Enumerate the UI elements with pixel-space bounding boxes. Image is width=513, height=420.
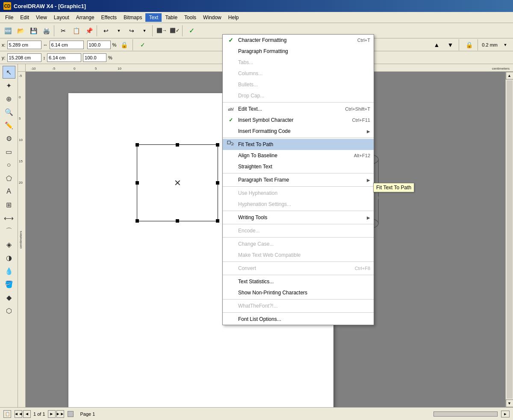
menu-file[interactable]: File	[2, 13, 17, 22]
page-add-btn[interactable]	[68, 411, 74, 417]
undo-btn[interactable]: ↩	[100, 25, 112, 36]
smart-tool[interactable]: ⚙	[3, 132, 15, 145]
undo-arrow[interactable]: ▼	[113, 25, 125, 36]
fill-tool[interactable]: 🪣	[3, 278, 15, 291]
sep9	[223, 275, 374, 275]
freehand-tool[interactable]: ✏️	[3, 119, 15, 132]
paste-btn[interactable]: 📌	[83, 25, 95, 36]
menu-text-stats[interactable]: Text Statistics...	[223, 276, 374, 287]
shape-tool[interactable]: ✦	[3, 79, 15, 92]
lock-btn2[interactable]: 🔒	[463, 39, 475, 50]
selected-object[interactable]: ✕	[137, 144, 218, 221]
pct2-input[interactable]	[83, 53, 106, 62]
menu-text[interactable]: Text	[145, 13, 162, 22]
menu-help[interactable]: Help	[225, 13, 242, 22]
menu-font-list[interactable]: Font List Options...	[223, 314, 374, 325]
new-btn[interactable]: 🆕	[2, 25, 14, 36]
interactive-fill-tool[interactable]: ◆	[3, 291, 15, 304]
menu-view[interactable]: View	[32, 13, 50, 22]
smart-fill-tool[interactable]: ⬡	[3, 304, 15, 317]
font-list-label: Font List Options...	[238, 316, 281, 322]
char-format-label: Character Formatting	[238, 37, 286, 43]
menu-tabs: Tabs...	[223, 57, 374, 68]
menu-table[interactable]: Table	[162, 13, 181, 22]
menu-effects[interactable]: Effects	[98, 13, 120, 22]
handle-tl[interactable]	[136, 143, 139, 147]
menu-straighten-text[interactable]: Straighten Text	[223, 161, 374, 172]
redo-btn[interactable]: ↪	[126, 25, 138, 36]
menu-char-format[interactable]: ✓ Character Formatting Ctrl+T	[223, 35, 374, 46]
nav-prev[interactable]: ◄	[23, 410, 31, 418]
menu-tools[interactable]: Tools	[181, 13, 200, 22]
menu-layout[interactable]: Layout	[50, 13, 73, 22]
page-list-btn[interactable]: 📋	[3, 410, 11, 418]
crop-tool[interactable]: ⊕	[3, 92, 15, 105]
check-btn[interactable]: ✓	[186, 25, 198, 36]
nav-last[interactable]: ►►	[56, 410, 64, 418]
menu-bitmaps[interactable]: Bitmaps	[120, 13, 145, 22]
menu-fit-text-path[interactable]: A Fit Text To Path	[223, 139, 374, 150]
effects-tool[interactable]: ◈	[3, 238, 15, 251]
menu-show-nonprint[interactable]: Show Non-Printing Characters	[223, 287, 374, 298]
rect-tool[interactable]: ▭	[3, 145, 15, 158]
check-btn2[interactable]: ✓	[137, 39, 149, 50]
print-btn[interactable]: 🖨️	[40, 25, 52, 36]
y-input[interactable]	[7, 53, 41, 62]
handle-tm[interactable]	[176, 143, 179, 147]
select-tool[interactable]: ↖	[3, 66, 15, 79]
menu-window[interactable]: Window	[200, 13, 225, 22]
edit-text-label: Edit Text...	[238, 106, 262, 112]
import-btn[interactable]: ⬛→	[156, 25, 168, 36]
align-baseline-shortcut: Alt+F12	[354, 153, 370, 158]
table-tool[interactable]: ⊞	[3, 198, 15, 211]
menu-align-baseline[interactable]: Align To Baseline Alt+F12	[223, 150, 374, 161]
h-input[interactable]	[47, 53, 81, 62]
menu-writing-tools[interactable]: Writing Tools ▶	[223, 212, 374, 223]
text-tool[interactable]: A	[3, 185, 15, 198]
menu-edit-text[interactable]: abl Edit Text... Ctrl+Shift+T	[223, 103, 374, 115]
eyedropper-tool[interactable]: 💧	[3, 264, 15, 277]
nav-first[interactable]: ◄◄	[15, 410, 22, 418]
save-btn[interactable]: 💾	[27, 25, 39, 36]
pct1-input[interactable]	[87, 41, 111, 49]
scroll-up-btn[interactable]: ▲	[506, 72, 513, 79]
menu-para-format[interactable]: Paragraph Formatting	[223, 46, 374, 57]
char-format-icon: ✓	[226, 37, 236, 44]
status-arrow-btn[interactable]: ►	[501, 411, 510, 417]
handle-ml[interactable]	[136, 181, 139, 185]
handle-bm[interactable]	[176, 219, 179, 223]
zoom-tool[interactable]: 🔍	[3, 106, 15, 118]
menu-insert-format[interactable]: Insert Formatting Code ▶	[223, 126, 374, 137]
sep4	[182, 25, 184, 36]
handle-mr[interactable]	[216, 181, 219, 185]
menu-arrange[interactable]: Arrange	[73, 13, 98, 22]
cut-btn[interactable]: ✂	[57, 25, 69, 36]
w-input[interactable]	[50, 41, 84, 49]
vruler-neg5: -5	[19, 74, 22, 78]
tabs-label: Tabs...	[238, 59, 253, 65]
export-btn[interactable]: ⬛✓	[168, 25, 180, 36]
dimension-tool[interactable]: ⟷	[3, 211, 15, 224]
handle-br[interactable]	[216, 219, 219, 223]
size-down[interactable]: ▼	[499, 39, 511, 50]
redo-arrow[interactable]: ▼	[139, 25, 150, 36]
up-arrow[interactable]: ▲	[430, 39, 442, 50]
page-label: Page 1	[80, 411, 95, 417]
menu-edit[interactable]: Edit	[17, 13, 32, 22]
transparency-tool[interactable]: ◑	[3, 251, 15, 264]
x-input[interactable]	[7, 41, 41, 49]
polygon-tool[interactable]: ⬠	[3, 172, 15, 185]
handle-bl[interactable]	[136, 219, 139, 223]
menu-insert-symbol[interactable]: ✓ Insert Symbol Character Ctrl+F11	[223, 115, 374, 126]
open-btn[interactable]: 📂	[15, 25, 27, 36]
copy-btn[interactable]: 📋	[70, 25, 82, 36]
nav-next[interactable]: ►	[48, 410, 56, 418]
handle-tr[interactable]	[216, 143, 219, 147]
lock-btn[interactable]: 🔒	[118, 39, 130, 50]
ellipse-tool[interactable]: ○	[3, 159, 15, 171]
scroll-track[interactable]	[507, 80, 513, 399]
menu-para-text-frame[interactable]: Paragraph Text Frame ▶	[223, 174, 374, 185]
connector-tool[interactable]: ⌒	[3, 225, 15, 238]
scroll-down-btn[interactable]: ▼	[506, 399, 513, 407]
down-arrow[interactable]: ▼	[444, 39, 456, 50]
